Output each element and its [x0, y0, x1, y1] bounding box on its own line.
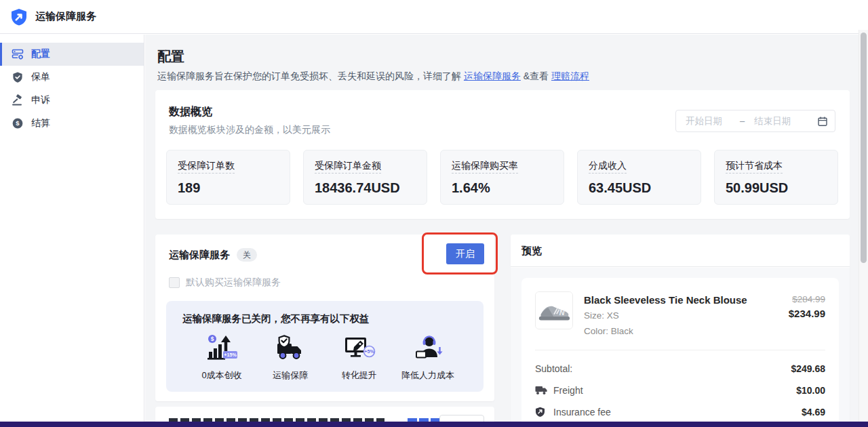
conversion-rocket-icon: +5%	[343, 333, 376, 363]
sidebar: 配置 保单 申诉	[0, 35, 144, 427]
preview-card: 预览 N Black Sleeveless Tie Neck Blouse Si…	[511, 235, 850, 427]
status-badge: 关	[237, 248, 257, 262]
stat-value: 1.64%	[452, 180, 553, 196]
product-original-price: $284.99	[792, 294, 825, 304]
subtotal-value: $249.68	[791, 363, 825, 374]
stat-card-insured-amount: 受保障订单金额 18436.74USD	[303, 150, 427, 205]
date-range-picker[interactable]: 开始日期 – 结束日期	[675, 110, 835, 132]
dollar-circle-icon: $	[12, 117, 24, 129]
sidebar-item-appeals[interactable]: 申诉	[0, 89, 144, 112]
stat-card-revenue-share: 分成收入 63.45USD	[577, 150, 701, 205]
subtotal-label: Subtotal:	[535, 363, 572, 374]
benefits-panel: 运输保障服务已关闭，您不再享有以下权益 $ +15%	[166, 301, 484, 392]
freight-row: Freight $10.00	[535, 384, 825, 397]
data-overview-card: 数据概览 数据概览板块涉及的金额，以美元展示 开始日期 – 结束日期 受保障订单…	[155, 90, 850, 219]
product-color: Color: Black	[584, 326, 633, 336]
stat-card-purchase-rate: 运输保障购买率 1.64%	[440, 150, 564, 205]
benefit-label: 转化提升	[326, 369, 393, 382]
settings-icon	[12, 48, 24, 60]
top-header: 运输保障服务	[0, 0, 868, 34]
svg-text:$: $	[211, 336, 214, 342]
desc-text: 运输保障服务旨在保护您的订单免受损坏、丢失和延误的风险，详细了解	[157, 70, 464, 81]
desc-text: &查看	[521, 70, 551, 81]
stat-value: 50.99USD	[726, 180, 827, 196]
shield-check-icon	[12, 71, 24, 83]
sidebar-item-policies[interactable]: 保单	[0, 66, 144, 89]
start-date-input[interactable]: 开始日期	[686, 115, 722, 127]
bottom-purple-bar	[0, 422, 868, 427]
stat-label: 受保障订单金额	[315, 160, 416, 172]
benefit-conversion-boost: +5% 转化提升	[326, 333, 393, 382]
sidebar-item-label: 申诉	[31, 94, 50, 106]
stats-row: 受保障订单数 189 受保障订单金额 18436.74USD 运输保障购买率 1…	[166, 150, 838, 205]
scrollbar-thumb[interactable]	[861, 33, 867, 263]
stat-card-cost-saved: 预计节省成本 50.99USD	[714, 150, 838, 205]
sidebar-item-label: 配置	[31, 48, 50, 60]
page-title: 配置	[157, 47, 184, 66]
truck-shield-icon	[274, 333, 307, 363]
scrollbar-track[interactable]	[859, 30, 868, 422]
svg-text:+15%: +15%	[224, 352, 237, 358]
overview-title: 数据概览	[169, 105, 212, 119]
service-settings-card: 运输保障服务 关 开启 默认购买运输保障服务 运输保障服务已关闭，您不再享有以下…	[155, 235, 494, 401]
gavel-icon	[12, 94, 24, 106]
stat-value: 189	[178, 180, 279, 196]
claim-process-link[interactable]: 理赔流程	[551, 70, 589, 81]
calendar-icon	[817, 116, 828, 127]
stat-value: 18436.74USD	[315, 180, 416, 196]
svg-text:$: $	[16, 119, 20, 127]
sidebar-item-settlement[interactable]: $ 结算	[0, 112, 144, 135]
sidebar-item-label: 结算	[31, 117, 50, 129]
benefit-label: 运输保障	[256, 369, 324, 382]
order-summary-card: N Black Sleeveless Tie Neck Blouse Size:…	[521, 278, 839, 427]
date-separator: –	[740, 116, 745, 126]
insurance-value: $4.69	[802, 407, 825, 418]
checkbox-label: 默认购买运输保障服务	[186, 277, 281, 289]
insurance-label: Insurance fee	[553, 407, 611, 418]
product-size: Size: XS	[584, 310, 619, 321]
service-title: 运输保障服务	[169, 249, 230, 262]
end-date-input[interactable]: 结束日期	[754, 115, 817, 127]
chart-growth-icon: $ +15%	[205, 333, 238, 363]
preview-title: 预览	[521, 245, 542, 258]
shield-arrow-logo-icon	[9, 7, 28, 26]
benefit-label: 降低人力成本	[394, 369, 462, 382]
benefits-title: 运输保障服务已关闭，您不再享有以下权益	[182, 312, 467, 325]
truck-icon	[535, 385, 549, 396]
svg-text:N: N	[559, 308, 565, 317]
stat-label: 受保障订单数	[178, 160, 279, 172]
overview-subtitle: 数据概览板块涉及的金额，以美元展示	[169, 124, 330, 136]
divider	[535, 350, 825, 350]
svg-text:+5%: +5%	[364, 348, 374, 354]
app-title: 运输保障服务	[35, 10, 96, 23]
service-intro-link[interactable]: 运输保障服务	[464, 70, 521, 81]
sidebar-item-config[interactable]: 配置	[0, 43, 144, 66]
freight-label: Freight	[553, 385, 583, 396]
insurance-row: Insurance fee $4.69	[535, 405, 825, 419]
subtotal-row: Subtotal: $249.68	[535, 362, 825, 375]
enable-service-button[interactable]: 开启	[446, 243, 484, 264]
product-image: N	[535, 291, 573, 329]
benefit-lower-labor-cost: 降低人力成本	[394, 333, 462, 382]
stat-label: 运输保障购买率	[452, 160, 553, 172]
benefit-shipping-protection: 运输保障	[256, 333, 324, 382]
shield-icon	[535, 407, 549, 418]
stat-value: 63.45USD	[589, 180, 690, 196]
default-purchase-checkbox[interactable]	[169, 277, 180, 288]
default-purchase-row: 默认购买运输保障服务	[169, 277, 281, 289]
freight-value: $10.00	[796, 385, 825, 396]
page-description: 运输保障服务旨在保护您的订单免受损坏、丢失和延误的风险，详细了解 运输保障服务 …	[157, 70, 589, 83]
product-price: $234.99	[789, 308, 825, 319]
sidebar-item-label: 保单	[31, 71, 50, 83]
product-name: Black Sleeveless Tie Neck Blouse	[584, 294, 747, 306]
preview-body: N Black Sleeveless Tie Neck Blouse Size:…	[511, 268, 850, 427]
stat-label: 分成收入	[589, 160, 690, 172]
support-agent-icon	[412, 333, 444, 363]
stat-card-insured-orders: 受保障订单数 189	[166, 150, 290, 205]
stat-label: 预计节省成本	[726, 160, 827, 172]
benefit-label: 0成本创收	[188, 369, 256, 382]
benefit-zero-cost: $ +15% 0成本创收	[188, 333, 256, 382]
preview-header: 预览	[511, 235, 850, 267]
app-window: 运输保障服务 配置 保	[0, 0, 868, 427]
